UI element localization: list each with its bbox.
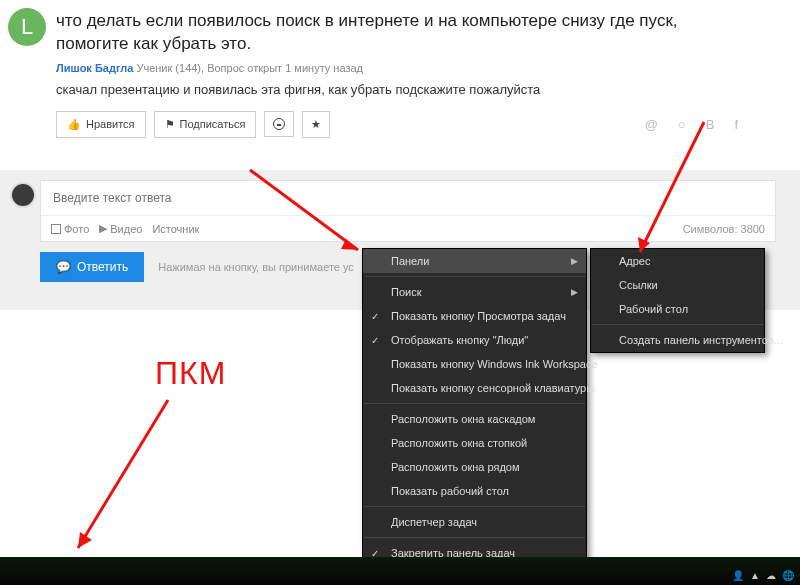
ctx-sub-address[interactable]: Адрес <box>591 249 764 273</box>
ctx-task-manager[interactable]: Диспетчер задач <box>363 510 586 534</box>
tray-network-icon[interactable]: 🌐 <box>782 570 794 581</box>
ctx-stack[interactable]: Расположить окна стопкой <box>363 431 586 455</box>
chevron-right-icon: ▶ <box>571 287 578 297</box>
subscribe-button[interactable]: ⚑Подписаться <box>154 111 257 138</box>
question-rank: Ученик (144), Вопрос открыт 1 минуту наз… <box>136 62 363 74</box>
tray-people-icon[interactable]: 👤 <box>732 570 744 581</box>
annotation-pkm-label: ПКМ <box>155 355 226 392</box>
chevron-right-icon: ▶ <box>571 256 578 266</box>
question-actions: 👍Нравится ⚑Подписаться ★ @ ○ B f <box>56 111 744 138</box>
ctx-search[interactable]: Поиск▶ <box>363 280 586 304</box>
svg-line-4 <box>78 400 168 548</box>
taskbar[interactable]: 👤 ▲ ☁ 🌐 <box>0 557 800 585</box>
chat-icon: 💬 <box>56 260 71 274</box>
share-mail-icon[interactable]: @ <box>639 117 664 132</box>
star-icon: ★ <box>311 118 321 131</box>
question-author-link[interactable]: Лишок Бадгла <box>56 62 133 74</box>
ctx-separator <box>592 324 763 325</box>
thumb-up-icon: 👍 <box>67 118 81 131</box>
attach-source-button[interactable]: Источник <box>152 223 199 235</box>
ctx-panels[interactable]: Панели▶ <box>363 249 586 273</box>
submit-answer-button[interactable]: 💬Ответить <box>40 252 144 282</box>
share-vk-icon[interactable]: B <box>700 117 721 132</box>
bookmark-icon: ⚑ <box>165 118 175 131</box>
answer-avatar <box>10 182 36 208</box>
question-avatar: L <box>8 8 46 46</box>
ctx-separator <box>364 276 585 277</box>
star-button[interactable]: ★ <box>302 111 330 138</box>
attach-video-button[interactable]: ▶Видео <box>99 222 142 235</box>
submit-row: 💬Ответить Нажимая на кнопку, вы принимае… <box>40 252 354 282</box>
question-title: что делать если появилось поиск в интерн… <box>56 10 744 56</box>
ctx-separator <box>364 403 585 404</box>
block-button[interactable] <box>264 111 294 137</box>
question-body: скачал презентацию и появилась эта фигня… <box>56 82 744 97</box>
char-counter: Символов: 3800 <box>683 223 765 235</box>
question-meta: Лишок Бадгла Ученик (144), Вопрос открыт… <box>56 62 744 74</box>
panels-submenu: Адрес Ссылки Рабочий стол Создать панель… <box>590 248 765 353</box>
share-fb-icon[interactable]: f <box>728 117 744 132</box>
ctx-show-desktop[interactable]: Показать рабочий стол <box>363 479 586 503</box>
answer-input[interactable] <box>41 181 775 216</box>
ctx-show-people[interactable]: ✓Отображать кнопку "Люди" <box>363 328 586 352</box>
ctx-show-ink[interactable]: Показать кнопку Windows Ink Workspace <box>363 352 586 376</box>
answer-toolbar: Фото ▶Видео Источник Символов: 3800 <box>41 216 775 241</box>
tray-cloud-icon[interactable]: ☁ <box>766 570 776 581</box>
ctx-show-task-view[interactable]: ✓Показать кнопку Просмотра задач <box>363 304 586 328</box>
svg-marker-5 <box>78 532 92 548</box>
check-icon: ✓ <box>371 311 379 322</box>
ctx-show-touch-kb[interactable]: Показать кнопку сенсорной клавиатуры <box>363 376 586 400</box>
check-icon: ✓ <box>371 335 379 346</box>
photo-icon <box>51 224 61 234</box>
system-tray[interactable]: 👤 ▲ ☁ 🌐 <box>732 570 794 581</box>
terms-text: Нажимая на кнопку, вы принимаете ус <box>158 261 354 273</box>
ctx-cascade[interactable]: Расположить окна каскадом <box>363 407 586 431</box>
tray-chevron-up-icon[interactable]: ▲ <box>750 570 760 581</box>
video-icon: ▶ <box>99 222 107 235</box>
block-icon <box>273 118 285 130</box>
ctx-sub-new-toolbar[interactable]: Создать панель инструментов... <box>591 328 764 352</box>
ctx-sub-desktop[interactable]: Рабочий стол <box>591 297 764 321</box>
ctx-separator <box>364 537 585 538</box>
like-button[interactable]: 👍Нравится <box>56 111 146 138</box>
ctx-sub-links[interactable]: Ссылки <box>591 273 764 297</box>
answer-box: Фото ▶Видео Источник Символов: 3800 <box>40 180 776 242</box>
ctx-separator <box>364 506 585 507</box>
taskbar-context-menu: Панели▶ Поиск▶ ✓Показать кнопку Просмотр… <box>362 248 587 585</box>
share-ok-icon[interactable]: ○ <box>672 117 692 132</box>
question-card: L что делать если появилось поиск в инте… <box>0 0 800 138</box>
ctx-side[interactable]: Расположить окна рядом <box>363 455 586 479</box>
attach-photo-button[interactable]: Фото <box>51 223 89 235</box>
